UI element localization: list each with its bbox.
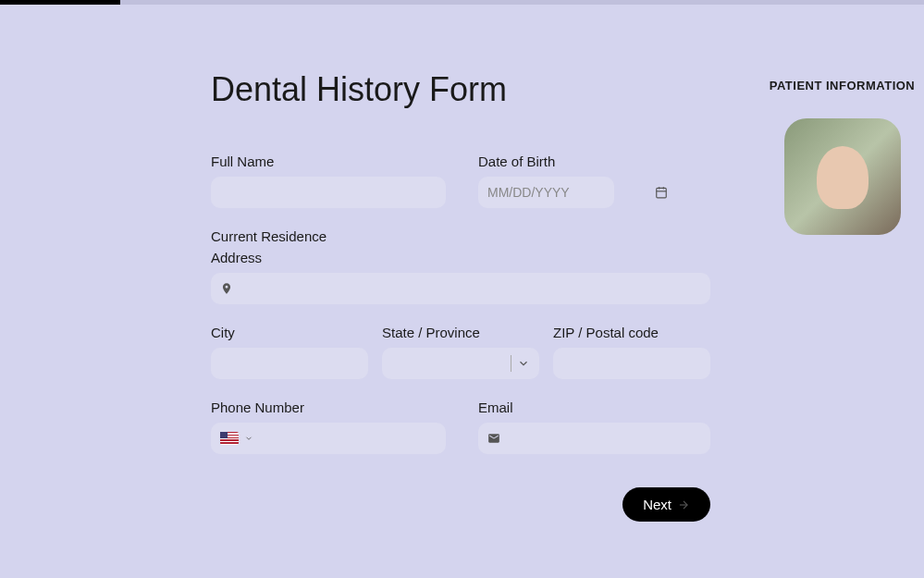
us-flag-icon[interactable] — [220, 432, 239, 445]
address-input[interactable] — [239, 273, 701, 304]
current-residence-heading: Current Residence — [211, 228, 710, 244]
city-input[interactable] — [211, 348, 368, 379]
page-title: Dental History Form — [211, 69, 710, 109]
dob-label: Date of Birth — [478, 154, 614, 169]
full-name-input[interactable] — [211, 177, 446, 208]
patient-avatar — [784, 118, 901, 235]
section-label: PATIENT INFORMATION — [766, 79, 918, 92]
state-select[interactable] — [382, 348, 539, 379]
zip-label: ZIP / Postal code — [553, 325, 710, 340]
state-label: State / Province — [382, 325, 539, 340]
map-pin-icon — [220, 282, 233, 295]
svg-rect-0 — [657, 189, 667, 199]
email-input[interactable] — [506, 423, 701, 454]
arrow-right-icon — [677, 498, 690, 511]
next-button[interactable]: Next — [622, 487, 710, 522]
phone-group[interactable] — [211, 423, 446, 454]
phone-label: Phone Number — [211, 400, 446, 415]
mail-icon — [487, 432, 500, 445]
dob-input[interactable] — [487, 177, 649, 208]
email-group[interactable] — [478, 423, 710, 454]
chevron-down-icon — [517, 357, 530, 370]
city-label: City — [211, 325, 368, 340]
progress-bar — [0, 0, 924, 5]
phone-input[interactable] — [259, 423, 437, 454]
progress-fill — [0, 0, 120, 5]
address-label: Address — [211, 250, 710, 265]
next-button-label: Next — [643, 497, 671, 512]
full-name-label: Full Name — [211, 154, 446, 169]
address-group[interactable] — [211, 273, 710, 304]
email-label: Email — [478, 400, 710, 415]
calendar-icon[interactable] — [655, 186, 668, 199]
dob-group[interactable] — [478, 177, 614, 208]
chevron-down-icon[interactable] — [244, 434, 253, 443]
zip-input[interactable] — [553, 348, 710, 379]
